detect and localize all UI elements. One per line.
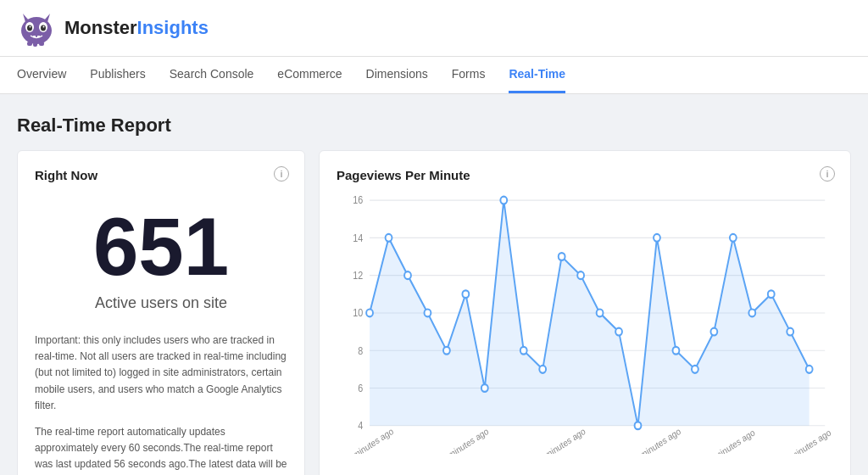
svg-point-42: [615, 328, 622, 336]
nav-item-publishers[interactable]: Publishers: [90, 57, 145, 93]
header: MonsterInsights: [0, 0, 868, 57]
logo-black: Monster: [64, 17, 137, 38]
logo-blue: Insights: [137, 17, 209, 38]
svg-point-6: [43, 26, 45, 28]
active-users-label: Active users on site: [35, 294, 287, 312]
svg-point-48: [730, 234, 737, 242]
svg-point-5: [30, 26, 31, 28]
logo-area: MonsterInsights: [17, 8, 209, 48]
nav-item-real-time[interactable]: Real-Time: [509, 57, 565, 93]
svg-rect-12: [33, 36, 36, 37]
svg-point-38: [539, 366, 546, 373]
right-now-info-icon[interactable]: i: [274, 166, 289, 182]
svg-text:6: 6: [358, 383, 363, 394]
nav-item-overview[interactable]: Overview: [17, 57, 66, 93]
right-now-info-text-2: The real-time report automatically updat…: [35, 424, 287, 475]
svg-point-47: [710, 328, 717, 336]
svg-point-46: [692, 366, 698, 373]
svg-text:15 minutes ago: 15 minutes ago: [534, 426, 587, 454]
right-now-title: Right Now: [35, 168, 287, 182]
svg-rect-13: [37, 36, 40, 37]
right-now-card: Right Now i 651 Active users on site Imp…: [17, 150, 305, 475]
svg-point-51: [787, 328, 793, 336]
nav-item-dimensions[interactable]: Dimensions: [366, 57, 428, 93]
svg-point-45: [673, 347, 680, 355]
svg-point-41: [597, 310, 604, 317]
svg-point-36: [500, 197, 507, 204]
svg-point-4: [41, 25, 46, 31]
nav-bar: Overview Publishers Search Console eComm…: [0, 57, 868, 94]
svg-text:4: 4: [358, 421, 364, 432]
svg-text:14: 14: [353, 232, 364, 243]
cards-row: Right Now i 651 Active users on site Imp…: [17, 150, 851, 475]
main-content: Real-Time Report Right Now i 651 Active …: [0, 94, 868, 475]
svg-point-31: [404, 271, 411, 279]
nav-item-forms[interactable]: Forms: [452, 57, 486, 93]
svg-point-39: [559, 253, 565, 260]
pageviews-title: Pageviews Per Minute: [337, 168, 833, 182]
svg-point-34: [462, 290, 469, 298]
line-chart: 16 14 12 10 8 6 4: [337, 191, 833, 454]
svg-point-37: [520, 347, 527, 355]
svg-point-32: [425, 310, 431, 317]
svg-text:12: 12: [353, 270, 363, 281]
svg-point-33: [443, 347, 450, 355]
pageviews-card: Pageviews Per Minute i 16 14 12 10: [319, 150, 851, 475]
logo-icon: [17, 8, 56, 48]
svg-text:16: 16: [353, 195, 363, 206]
nav-item-search-console[interactable]: Search Console: [170, 57, 254, 93]
chart-container: 16 14 12 10 8 6 4: [337, 191, 833, 454]
svg-text:10: 10: [353, 308, 363, 319]
svg-marker-7: [23, 14, 29, 22]
svg-point-43: [635, 422, 642, 429]
svg-rect-10: [33, 42, 37, 47]
svg-rect-9: [27, 42, 32, 46]
right-now-info-text-1: Important: this only includes users who …: [35, 332, 287, 414]
logo-text: MonsterInsights: [64, 17, 209, 39]
svg-point-35: [481, 384, 488, 392]
svg-point-50: [768, 290, 775, 298]
svg-point-30: [386, 234, 392, 242]
svg-point-52: [806, 366, 813, 373]
svg-text:5 minutes ago: 5 minutes ago: [707, 428, 756, 454]
svg-rect-11: [39, 42, 44, 46]
svg-point-40: [577, 271, 584, 279]
nav-item-ecommerce[interactable]: eCommerce: [277, 57, 342, 93]
svg-point-29: [366, 310, 373, 317]
page-title: Real-Time Report: [17, 115, 851, 137]
active-users-count: 651: [35, 206, 287, 288]
svg-point-3: [27, 25, 32, 31]
svg-marker-8: [44, 14, 50, 22]
svg-text:8: 8: [358, 345, 363, 356]
svg-text:20 minutes ago: 20 minutes ago: [437, 426, 490, 454]
svg-point-49: [748, 310, 755, 317]
svg-text:25 minutes ago: 25 minutes ago: [342, 426, 395, 454]
svg-point-44: [654, 234, 660, 242]
svg-text:0 minutes ago: 0 minutes ago: [783, 428, 832, 454]
pageviews-info-icon[interactable]: i: [820, 166, 835, 182]
